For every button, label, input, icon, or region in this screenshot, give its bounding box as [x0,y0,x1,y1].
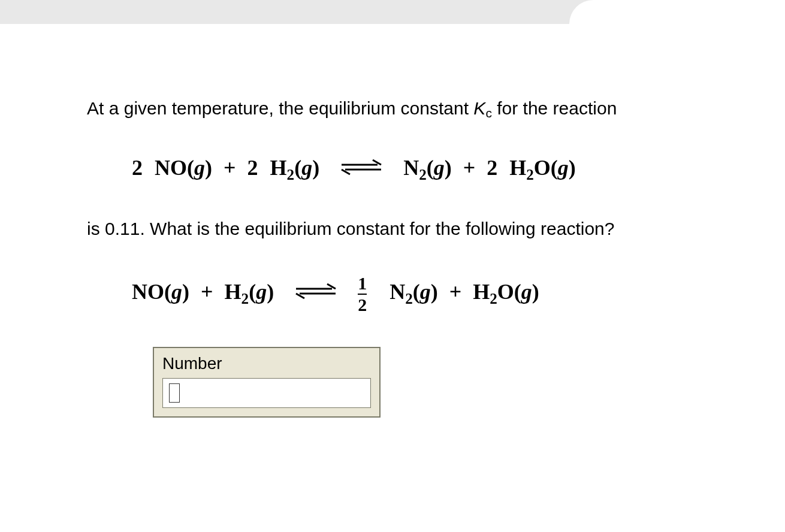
question-value-line: is 0.11. What is the equilibrium constan… [87,216,710,241]
kc-value: 0.11 [105,219,140,238]
fraction-denominator: 2 [358,294,367,314]
intro-text: At a given temperature, the equilibrium … [87,98,473,118]
species-h2o-sub: 2 [526,166,534,182]
fraction-half: 1 2 [358,274,367,314]
k-subscript: c [485,106,492,120]
equation-2: NO(g) + H2(g) 1 2 N2(g) + H2O(g) [132,274,710,314]
coef-no: 2 [132,156,143,180]
species-h2o-h: H [473,280,490,304]
equilibrium-arrow-icon [292,280,339,307]
state-g: g [558,156,569,180]
species-h2-h: H [225,280,241,304]
plus: + [463,156,476,180]
plus: + [449,280,462,304]
intro-tail: for the reaction [492,98,617,118]
state-g: g [434,156,445,180]
state-g: g [194,156,205,180]
fraction-numerator: 1 [358,274,367,294]
equilibrium-arrow-icon [338,156,385,183]
value-pre: is [87,219,105,238]
species-h2-sub: 2 [287,166,295,182]
question-content: At a given temperature, the equilibrium … [87,96,710,418]
species-n2-sub: 2 [405,291,413,307]
species-h2o-sub: 2 [490,291,497,307]
state-g: g [171,280,182,304]
species-h2o-o: O [497,280,514,304]
answer-label: Number [162,354,371,373]
header-cutout [569,0,785,24]
species-n2-sub: 2 [419,166,427,182]
species-no: NO [155,156,187,180]
answer-input[interactable] [162,378,371,408]
answer-box: Number [153,347,381,418]
k-symbol: K [473,98,485,118]
plus: + [224,156,236,180]
coef-h2o: 2 [487,156,497,180]
species-n2-n: N [390,280,405,304]
question-intro-line: At a given temperature, the equilibrium … [87,96,710,122]
species-h2-h: H [270,156,287,180]
species-no: NO [132,280,164,304]
species-h2o-h: H [509,156,526,180]
value-post: . What is the equilibrium constant for t… [140,219,614,238]
state-g: g [420,280,431,304]
equation-1: 2NO(g) + 2H2(g) N2(g) + 2H2O(g) [132,155,710,183]
species-n2-n: N [403,156,419,180]
state-g: g [301,156,312,180]
species-h2o-o: O [534,156,551,180]
state-g: g [521,280,532,304]
input-cursor-icon [169,383,180,403]
coef-h2: 2 [247,156,258,180]
state-g: g [256,280,267,304]
header-band [0,0,785,24]
plus: + [201,280,213,304]
species-h2-sub: 2 [241,291,249,307]
